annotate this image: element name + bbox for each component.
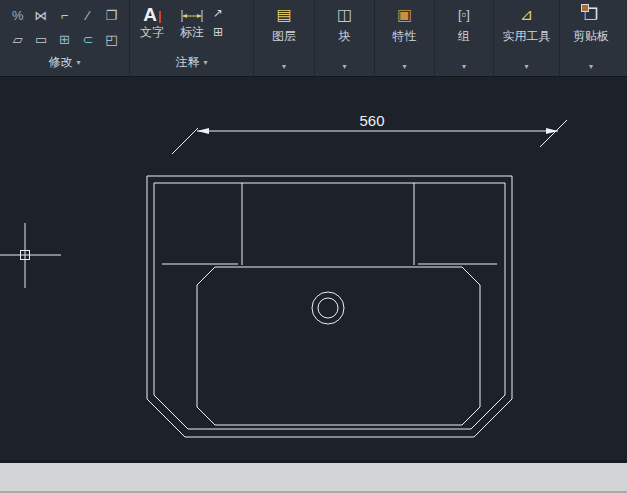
ribbon-panel-utilities[interactable]: ⊿ 实用工具 ▾	[494, 0, 560, 76]
dimension-text[interactable]: 560	[359, 112, 384, 129]
sink-inner-outline[interactable]	[154, 183, 505, 429]
utilities-panel-label: 实用工具	[503, 28, 551, 45]
dimension-button[interactable]: 标注	[173, 2, 211, 52]
text-cursor-icon	[159, 11, 161, 23]
drain-outer-circle[interactable]	[312, 292, 344, 324]
clipboard-panel-label: 剪贴板	[573, 28, 609, 45]
ribbon-panel-properties[interactable]: ▣ 特性 ▾	[375, 0, 435, 76]
measure-tool-icon: ⊿	[520, 4, 533, 25]
scale-icon[interactable]: ▭	[35, 33, 47, 46]
block-panel-label: 块	[339, 28, 351, 45]
ribbon: % ⋈ ⌐ ∕ ❐ ▱ ▭ ⊞ ⊂ ◰ 修改 ▾ A 文字	[0, 0, 627, 77]
chevron-down-icon: ▾	[342, 63, 346, 71]
mtext-icon: A	[143, 5, 157, 24]
layers-icon: ▤	[276, 4, 291, 25]
chevron-down-icon: ▾	[282, 63, 286, 71]
properties-icon: ▣	[397, 4, 412, 25]
clipboard-icon: ❐	[584, 4, 598, 25]
sink-outer-outline[interactable]	[147, 176, 512, 437]
stretch-icon[interactable]: ▱	[13, 33, 23, 46]
text-button-label: 文字	[140, 24, 164, 41]
annotate-tools: A 文字 标注 ↗ ⊞	[130, 0, 253, 52]
explode-icon[interactable]: ◰	[105, 33, 117, 46]
ribbon-panel-block[interactable]: ◫ 块 ▾	[315, 0, 375, 76]
ribbon-panel-annotate: A 文字 标注 ↗ ⊞	[130, 0, 254, 76]
chevron-down-icon: ▾	[589, 63, 593, 71]
ribbon-panel-modify: % ⋈ ⌐ ∕ ❐ ▱ ▭ ⊞ ⊂ ◰ 修改 ▾	[0, 0, 130, 76]
chevron-down-icon: ▾	[203, 59, 207, 67]
dimension-icon	[179, 6, 205, 24]
crosshair-cursor	[0, 223, 61, 288]
ribbon-panel-layers[interactable]: ▤ 图层 ▾	[254, 0, 315, 76]
horizontal-scrollbar[interactable]	[0, 460, 627, 493]
extension-line-right[interactable]	[540, 120, 567, 147]
annotate-panel-title[interactable]: 注释 ▾	[130, 52, 253, 76]
basin-outline[interactable]	[197, 267, 480, 425]
annotate-panel-label: 注释	[175, 54, 199, 71]
extension-line-left[interactable]	[172, 128, 198, 154]
fillet-icon[interactable]: ⌐	[61, 9, 69, 22]
leader-icon[interactable]: ↗	[213, 7, 223, 19]
chevron-down-icon: ▾	[402, 63, 406, 71]
annotate-mini-tools: ↗ ⊞	[213, 2, 223, 52]
dimension-button-label: 标注	[180, 24, 204, 41]
table-icon[interactable]: ⊞	[213, 26, 223, 38]
modify-tools: % ⋈ ⌐ ∕ ❐ ▱ ▭ ⊞ ⊂ ◰	[0, 0, 129, 51]
dim-arrow-left[interactable]	[197, 128, 209, 134]
array-icon[interactable]: ⊞	[59, 33, 70, 46]
block-icon: ◫	[337, 4, 352, 25]
drain-inner-circle[interactable]	[318, 298, 338, 318]
chevron-down-icon: ▾	[462, 63, 466, 71]
modify-panel-label: 修改	[48, 54, 72, 71]
ribbon-panel-group[interactable]: [▫] 组 ▾	[435, 0, 494, 76]
group-icon: [▫]	[458, 4, 470, 25]
chevron-down-icon: ▾	[76, 59, 80, 67]
modify-panel-title[interactable]: 修改 ▾	[0, 52, 129, 76]
properties-panel-label: 特性	[393, 28, 417, 45]
ribbon-panel-clipboard[interactable]: ❐ 剪贴板 ▾	[560, 0, 622, 76]
offset-icon[interactable]: ⊂	[82, 33, 93, 46]
mirror-icon[interactable]: ⋈	[35, 9, 48, 22]
layers-panel-label: 图层	[272, 28, 296, 45]
text-button[interactable]: A 文字	[133, 2, 171, 52]
group-panel-label: 组	[458, 28, 470, 45]
drawing-canvas[interactable]: 560	[0, 77, 627, 460]
chevron-down-icon: ▾	[524, 63, 528, 71]
break-icon[interactable]: %	[12, 9, 24, 22]
chamfer-icon[interactable]: ∕	[87, 9, 89, 22]
copy-icon[interactable]: ❐	[105, 9, 117, 22]
paste-accent-icon	[581, 4, 589, 12]
